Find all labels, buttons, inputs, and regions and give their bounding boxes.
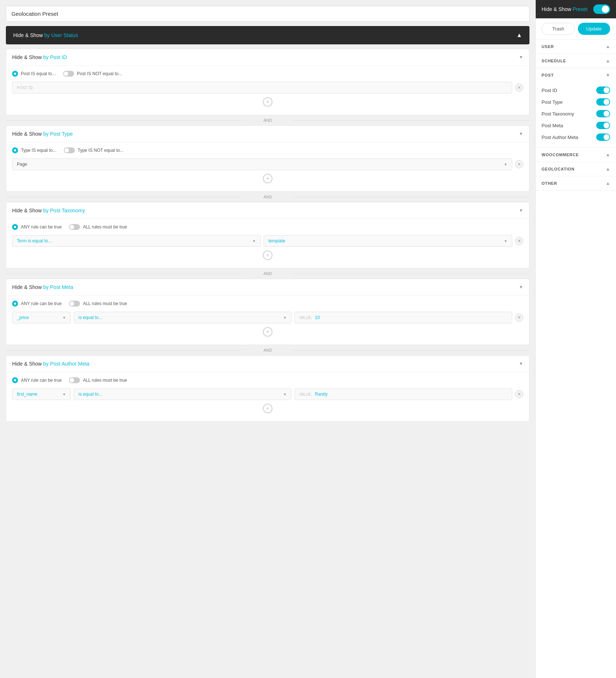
sidebar-post-header[interactable]: POST ▼	[536, 68, 616, 82]
post-taxonomy-radio1-label: ANY rule can be true	[21, 224, 62, 230]
sidebar-woocommerce-chevron[interactable]: ▲	[606, 152, 610, 157]
post-id-radio2[interactable]: Post IS NOT equal to...	[63, 71, 122, 77]
post-taxonomy-header[interactable]: Hide & Show by Post Taxonomy ▼	[6, 202, 529, 219]
post-meta-value-label: VALUE:	[299, 316, 312, 320]
post-author-meta-body: ANY rule can be true ALL rules must be t…	[6, 372, 529, 421]
sidebar-geolocation-header[interactable]: GEOLOCATION ▲	[536, 162, 616, 176]
post-author-meta-radio1[interactable]: ANY rule can be true	[12, 377, 62, 383]
sidebar-geolocation-chevron[interactable]: ▲	[606, 166, 610, 172]
post-taxonomy-radio1[interactable]: ANY rule can be true	[12, 224, 62, 230]
post-taxonomy-input-row: Term is equal to... ▼ template ▼ ✕	[12, 235, 523, 247]
post-author-meta-toggle2[interactable]	[69, 377, 80, 383]
sidebar-schedule-header[interactable]: SCHEDULE ▲	[536, 54, 616, 68]
post-meta-chevron[interactable]: ▼	[519, 285, 523, 290]
right-panel-title: Hide & Show Preset	[542, 6, 587, 12]
preset-toggle[interactable]	[593, 4, 610, 14]
post-meta-add[interactable]: +	[263, 327, 272, 337]
post-meta-dropdown2-value: is equal to...	[78, 315, 102, 320]
post-id-toggle2[interactable]	[63, 71, 74, 77]
trash-button[interactable]: Trash	[542, 23, 575, 35]
sidebar-post-taxonomy-toggle[interactable]	[596, 110, 610, 117]
sidebar-post-title: POST	[542, 73, 554, 77]
post-type-radio1[interactable]: Type IS equal to...	[12, 147, 56, 153]
post-author-meta-radio2-label: ALL rules must be true	[83, 378, 127, 383]
post-author-meta-radio2[interactable]: ALL rules must be true	[69, 377, 127, 383]
sidebar-post-id-toggle[interactable]	[596, 87, 610, 94]
post-meta-dropdown2[interactable]: is equal to... ▼	[74, 312, 292, 323]
post-author-meta-clear[interactable]: ✕	[515, 390, 523, 398]
post-type-body: Type IS equal to... Type IS NOT equal to…	[6, 142, 529, 191]
preset-title-input[interactable]	[6, 6, 529, 22]
post-taxonomy-radio2[interactable]: ALL rules must be true	[69, 224, 127, 230]
post-type-dropdown[interactable]: Page ▼	[12, 158, 512, 170]
post-id-radio1[interactable]: Post IS equal to...	[12, 71, 56, 77]
post-taxonomy-dropdown2-chevron: ▼	[504, 239, 507, 243]
post-id-add[interactable]: +	[263, 97, 272, 107]
post-meta-clear[interactable]: ✕	[515, 314, 523, 322]
post-type-header[interactable]: Hide & Show by Post Type ▼	[6, 126, 529, 142]
sidebar-post-taxonomy-label: Post Taxonomy	[542, 111, 574, 117]
user-status-chevron[interactable]: ▲	[516, 32, 522, 39]
sidebar-post-type-toggle[interactable]	[596, 98, 610, 106]
post-id-clear[interactable]: ✕	[515, 84, 523, 92]
post-meta-title: Hide & Show by Post Meta	[12, 284, 73, 290]
post-meta-dropdown1-chevron: ▼	[62, 316, 66, 320]
post-type-radio2[interactable]: Type IS NOT equal to...	[64, 147, 124, 153]
post-meta-toggle2[interactable]	[69, 301, 80, 307]
post-taxonomy-chevron[interactable]: ▼	[519, 208, 523, 213]
post-meta-header[interactable]: Hide & Show by Post Meta ▼	[6, 279, 529, 296]
post-id-field[interactable]	[37, 85, 507, 90]
sidebar-other-header[interactable]: OTHER ▲	[536, 176, 616, 190]
post-meta-radio1[interactable]: ANY rule can be true	[12, 301, 62, 307]
post-author-meta-dropdown2[interactable]: is equal to... ▼	[74, 388, 292, 400]
post-author-meta-title: Hide & Show by Post Author Meta	[12, 361, 89, 367]
post-id-chevron[interactable]: ▼	[519, 55, 523, 60]
post-type-clear[interactable]: ✕	[515, 160, 523, 168]
post-type-chevron[interactable]: ▼	[519, 131, 523, 136]
post-taxonomy-dropdown2[interactable]: template ▼	[264, 235, 512, 247]
sidebar-user-header[interactable]: USER ▲	[536, 40, 616, 54]
sidebar-woocommerce-header[interactable]: WOOCOMMERCE ▲	[536, 148, 616, 162]
post-taxonomy-section: Hide & Show by Post Taxonomy ▼ ANY rule …	[6, 202, 529, 268]
post-id-radio1-label: Post IS equal to...	[21, 71, 56, 76]
sidebar-post-author-meta-toggle[interactable]	[596, 133, 610, 141]
sidebar-woocommerce-section: WOOCOMMERCE ▲	[536, 148, 616, 162]
user-status-header[interactable]: Hide & Show by User Status ▲	[6, 26, 529, 44]
sidebar-user-chevron[interactable]: ▲	[606, 44, 610, 49]
post-type-toggle2[interactable]	[64, 147, 75, 153]
post-meta-toggle-row: ANY rule can be true ALL rules must be t…	[12, 301, 523, 307]
post-meta-dropdown1[interactable]: _price ▼	[12, 312, 71, 323]
post-taxonomy-toggle2[interactable]	[69, 224, 80, 230]
post-meta-link: by Post Meta	[43, 284, 73, 290]
update-button[interactable]: Update	[578, 23, 610, 35]
post-author-meta-value-field[interactable]: VALUE: Randy	[294, 388, 512, 400]
post-meta-value-field[interactable]: VALUE: 10	[294, 312, 512, 323]
post-taxonomy-clear[interactable]: ✕	[515, 237, 523, 245]
sidebar-user-section: USER ▲	[536, 40, 616, 54]
post-meta-value: 10	[315, 315, 320, 320]
post-meta-radio2[interactable]: ALL rules must be true	[69, 301, 127, 307]
post-type-add[interactable]: +	[263, 174, 272, 183]
post-id-radio1-dot	[12, 71, 18, 77]
post-author-meta-header[interactable]: Hide & Show by Post Author Meta ▼	[6, 356, 529, 372]
post-taxonomy-add[interactable]: +	[263, 250, 272, 260]
post-taxonomy-link: by Post Taxonomy	[43, 208, 85, 213]
post-meta-radio1-dot	[12, 301, 18, 307]
post-author-meta-dropdown1[interactable]: first_name ▼	[12, 388, 71, 400]
sidebar-post-section: POST ▼ Post ID Post Type Post Taxonomy P…	[536, 68, 616, 148]
sidebar-post-chevron[interactable]: ▼	[606, 73, 610, 78]
post-taxonomy-dropdown1[interactable]: Term is equal to... ▼	[12, 235, 261, 247]
post-id-header[interactable]: Hide & Show by Post ID ▼	[6, 49, 529, 66]
sidebar-other-chevron[interactable]: ▲	[606, 181, 610, 186]
post-author-meta-chevron[interactable]: ▼	[519, 361, 523, 366]
sidebar-woocommerce-title: WOOCOMMERCE	[542, 153, 579, 157]
post-author-meta-add[interactable]: +	[263, 404, 272, 413]
post-author-meta-dropdown2-chevron: ▼	[283, 392, 287, 396]
sidebar-post-id-label: Post ID	[542, 88, 557, 93]
sidebar-post-meta-toggle[interactable]	[596, 122, 610, 129]
post-type-title: Hide & Show by Post Type	[12, 131, 73, 137]
sidebar-post-author-meta-label: Post Author Meta	[542, 135, 578, 140]
post-type-section: Hide & Show by Post Type ▼ Type IS equal…	[6, 125, 529, 192]
post-author-meta-dropdown1-value: first_name	[17, 392, 37, 397]
sidebar-schedule-chevron[interactable]: ▲	[606, 58, 610, 63]
